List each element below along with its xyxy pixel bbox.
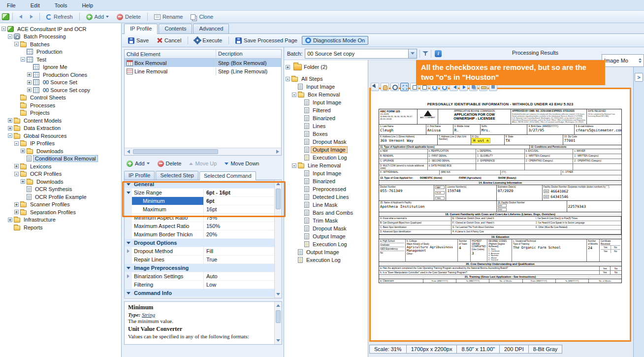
child-element-row[interactable]: Box Removal Step (Box Removal) bbox=[125, 59, 281, 67]
step-tree-item[interactable]: Line Mask bbox=[284, 201, 368, 209]
step-tree-item[interactable]: - All Steps bbox=[284, 75, 368, 83]
property-row[interactable]: Repair Lines True bbox=[125, 256, 274, 264]
property-row[interactable]: Binarization Settings Auto bbox=[125, 272, 274, 281]
tree-item[interactable]: + Lexicons bbox=[0, 162, 121, 170]
add-dropdown-caret-icon[interactable] bbox=[106, 16, 109, 19]
property-value[interactable]: 6pt - 16pt bbox=[204, 190, 274, 195]
tree-expander-icon[interactable]: + bbox=[27, 72, 32, 77]
step-tree-item[interactable]: Dropout Mask bbox=[284, 138, 368, 146]
tree-expander-icon[interactable]: - bbox=[1, 27, 6, 31]
tree-expander-icon[interactable]: - bbox=[286, 77, 290, 81]
tree-expander-icon[interactable]: + bbox=[21, 149, 25, 153]
scrollbar-thumb[interactable] bbox=[276, 310, 281, 323]
select-tool-icon[interactable] bbox=[371, 83, 379, 91]
image-mode-header[interactable]: Image Mo bbox=[602, 54, 644, 67]
step-tree-item[interactable]: Execution Log bbox=[284, 154, 368, 162]
property-row[interactable]: Maximum Aspect Ratio 150% bbox=[125, 222, 274, 230]
tree-expander-icon[interactable]: - bbox=[14, 172, 19, 176]
tree-item[interactable]: Projects bbox=[0, 109, 121, 117]
property-expander-icon[interactable] bbox=[127, 292, 130, 294]
tree-item[interactable]: + Production Clones bbox=[0, 71, 121, 79]
scrollbar-track[interactable] bbox=[275, 309, 282, 337]
property-value[interactable]: 20% bbox=[204, 231, 274, 237]
back-button[interactable] bbox=[16, 13, 26, 20]
menu-item[interactable]: File bbox=[6, 1, 17, 9]
add-step-button[interactable]: Add bbox=[124, 159, 152, 168]
property-expander-icon[interactable] bbox=[127, 267, 130, 269]
tree-expander-icon[interactable]: + bbox=[27, 88, 32, 92]
diagnostics-mode-toggle[interactable]: Diagnostics Mode On bbox=[302, 36, 368, 45]
selection-tab[interactable]: Selected Step bbox=[156, 171, 198, 180]
step-tree-item[interactable]: Execution Log bbox=[284, 256, 368, 264]
tree-item[interactable]: Conditional Box Removal bbox=[0, 155, 121, 163]
property-row[interactable]: Dropout Options bbox=[125, 239, 274, 247]
scroll-down-icon[interactable] bbox=[276, 337, 280, 344]
step-tree-item[interactable]: Input Image bbox=[284, 98, 368, 106]
property-row[interactable]: General bbox=[125, 180, 274, 189]
scrollbar-thumb[interactable] bbox=[133, 149, 218, 154]
selection-tab[interactable]: IP Profile bbox=[124, 171, 155, 180]
tree-item[interactable]: Ignore Me bbox=[0, 64, 121, 71]
tree-expander-icon[interactable]: - bbox=[21, 57, 25, 62]
step-tree-item[interactable]: Preprocessed bbox=[284, 185, 368, 193]
scroll-up-icon[interactable] bbox=[276, 302, 280, 309]
batch-dropdown-icon[interactable] bbox=[408, 49, 417, 58]
tree-item[interactable]: + 00 Source Set bbox=[0, 79, 121, 87]
tree-expander-icon[interactable]: - bbox=[8, 133, 12, 138]
property-value[interactable]: 16pt bbox=[204, 206, 274, 212]
step-tree-item[interactable]: Lines bbox=[284, 122, 368, 130]
column-header-description[interactable]: Decription bbox=[216, 50, 281, 58]
scroll-left-icon[interactable] bbox=[125, 148, 132, 155]
folder-node[interactable]: + Folder (2) bbox=[284, 62, 368, 72]
property-value[interactable]: 150% bbox=[204, 223, 274, 229]
tree-expander-icon[interactable]: + bbox=[14, 210, 19, 214]
refresh-button[interactable]: Refresh bbox=[43, 12, 76, 21]
horizontal-scrollbar[interactable] bbox=[125, 148, 281, 155]
step-tree-item[interactable]: Output Image bbox=[284, 146, 368, 154]
tree-expander-icon[interactable]: + bbox=[8, 218, 12, 222]
move-down-button[interactable]: Move Down bbox=[222, 159, 261, 168]
property-row[interactable]: Minimum Aspect Ratio 75% bbox=[125, 214, 274, 222]
tree-item[interactable]: + Content Models bbox=[0, 117, 121, 125]
step-tree-item[interactable]: Input Image bbox=[284, 83, 368, 91]
scroll-right-icon[interactable] bbox=[274, 148, 281, 155]
marquee-zoom-icon[interactable] bbox=[400, 83, 409, 91]
menu-item[interactable]: Tools bbox=[54, 1, 68, 9]
property-row[interactable]: Size Range 6pt - 16pt bbox=[125, 189, 274, 197]
step-tree-item[interactable]: Dropout Mask bbox=[284, 225, 368, 232]
scroll-down-icon[interactable] bbox=[276, 291, 280, 298]
scrollbar-track[interactable] bbox=[275, 188, 282, 291]
property-expander-icon[interactable] bbox=[127, 249, 129, 253]
selection-tab[interactable]: Selected Command bbox=[199, 171, 256, 180]
child-element-row[interactable]: Line Removal Step (Line Removal) bbox=[125, 67, 281, 75]
property-value[interactable]: Fill bbox=[204, 248, 274, 254]
scroll-up-icon[interactable] bbox=[276, 180, 280, 188]
tree-item[interactable]: Reports bbox=[0, 224, 121, 231]
property-row[interactable]: Image Preprocessing bbox=[125, 264, 274, 272]
tree-item[interactable]: + Scanner Profiles bbox=[0, 201, 121, 209]
save-button[interactable]: Save bbox=[125, 36, 152, 45]
step-tree-item[interactable]: Output Image bbox=[284, 248, 368, 256]
step-tree-item[interactable]: Output Image bbox=[284, 232, 368, 240]
tree-item[interactable]: + Downloads bbox=[0, 178, 121, 186]
delete-step-button[interactable]: Delete bbox=[155, 159, 184, 168]
tree-item[interactable]: - IP Profiles bbox=[0, 140, 121, 148]
step-tree-item[interactable]: Trim Mask bbox=[284, 217, 368, 225]
property-value[interactable]: True bbox=[204, 257, 274, 262]
tree-item[interactable]: - Test bbox=[0, 56, 121, 64]
tree-item[interactable]: + Infrastructure bbox=[0, 216, 121, 224]
property-expander-icon[interactable] bbox=[127, 242, 130, 244]
tree-item[interactable]: + 00 Source Set copy bbox=[0, 86, 121, 94]
expand-image-mode-button[interactable]: > bbox=[635, 73, 643, 82]
tree-expander-icon[interactable]: - bbox=[292, 93, 296, 97]
save-processed-page-button[interactable]: Save Processed Page bbox=[232, 36, 301, 45]
image-mode-spinner[interactable] bbox=[639, 58, 642, 63]
step-tree-item[interactable]: Detected Lines bbox=[284, 193, 368, 201]
step-tree-item[interactable]: Boxes bbox=[284, 130, 368, 138]
step-tree-item[interactable]: - Box Removal bbox=[284, 91, 368, 98]
menu-item[interactable]: Help bbox=[81, 1, 94, 9]
tree-item[interactable]: - Batches bbox=[0, 40, 121, 48]
property-row[interactable]: Dropout Method Fill bbox=[125, 247, 274, 256]
menu-item[interactable]: Edit bbox=[30, 1, 41, 9]
property-value[interactable]: Auto bbox=[204, 273, 274, 279]
